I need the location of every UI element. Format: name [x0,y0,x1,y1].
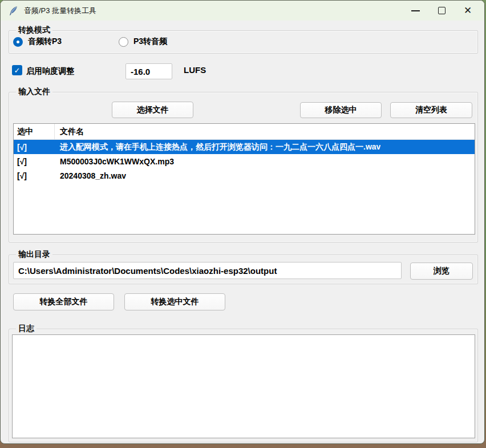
row-checked-mark: [√] [14,157,55,166]
select-files-button-label: 选择文件 [137,105,169,115]
convert-selected-button[interactable]: 转换选中文件 [124,293,225,310]
minimize-icon [411,10,420,11]
titlebar: 音频/P3 批量转换工具 ✕ [1,1,484,21]
convert-all-button-label: 转换全部文件 [40,297,88,307]
row-checked-mark: [√] [14,143,55,152]
column-header-filename[interactable]: 文件名 [55,127,84,137]
output-dir-group-label: 输出目录 [16,249,52,260]
radio-audio-to-p3-label: 音频转P3 [28,37,62,47]
row-filename: 20240308_zh.wav [55,171,126,180]
maximize-icon [438,7,446,14]
checkmark-icon: ✓ [14,66,21,75]
table-row[interactable]: [√] 20240308_zh.wav [14,168,475,183]
column-header-checked[interactable]: 选中 [14,124,55,139]
loudness-checkbox[interactable]: ✓ [12,65,22,75]
radio-audio-to-p3[interactable]: 音频转P3 [13,37,62,47]
browse-button[interactable]: 浏览 [410,263,473,280]
input-files-group-label: 输入文件 [16,87,52,97]
minimize-button[interactable] [402,1,428,21]
radio-p3-to-audio-label: P3转音频 [133,37,167,47]
row-filename: M500003J0cWK1WWxQX.mp3 [55,157,174,166]
row-checked-mark: [√] [14,171,55,180]
close-button[interactable]: ✕ [455,1,481,21]
mode-groupbox: 转换模式 音频转P3 P3转音频 [9,30,478,54]
remove-selected-button[interactable]: 移除选中 [300,102,382,118]
lufs-value: -16.0 [131,67,150,76]
file-table: 选中 文件名 [√] 进入配网模式，请在手机上连接热点，然后打开浏览器访问：一九… [13,123,475,235]
radio-off-icon [119,37,128,47]
convert-selected-button-label: 转换选中文件 [151,297,199,307]
browse-button-label: 浏览 [434,266,449,276]
output-path-value: C:\Users\Administrator\Documents\Codes\x… [18,266,277,276]
row-filename: 进入配网模式，请在手机上连接热点，然后打开浏览器访问：一九二点一六八点四点一.w… [55,142,380,152]
lufs-value-input[interactable]: -16.0 [125,63,172,79]
convert-all-button[interactable]: 转换全部文件 [13,293,114,310]
log-group-label: 日志 [16,324,37,334]
table-row[interactable]: [√] 进入配网模式，请在手机上连接热点，然后打开浏览器访问：一九二点一六八点四… [14,140,475,154]
clear-list-button-label: 清空列表 [415,105,447,115]
radio-on-icon [13,37,23,47]
tk-feather-icon [8,6,18,16]
app-window: 音频/P3 批量转换工具 ✕ 转换模式 音频转P3 P3转音频 ✓ 启用响度调整… [0,0,485,444]
clear-list-button[interactable]: 清空列表 [390,102,472,118]
mode-group-label: 转换模式 [16,25,52,35]
log-textarea[interactable] [12,334,475,438]
maximize-button[interactable] [428,1,455,21]
remove-selected-button-label: 移除选中 [325,105,357,115]
window-title: 音频/P3 批量转换工具 [24,6,96,16]
loudness-checkbox-label[interactable]: 启用响度调整 [26,66,74,76]
output-path-input[interactable]: C:\Users\Administrator\Documents\Codes\x… [13,262,402,279]
table-row[interactable]: [√] M500003J0cWK1WWxQX.mp3 [14,154,475,168]
select-files-button[interactable]: 选择文件 [112,102,193,118]
caption-buttons: ✕ [402,1,481,21]
radio-p3-to-audio[interactable]: P3转音频 [119,37,167,47]
close-icon: ✕ [464,6,472,15]
file-table-header: 选中 文件名 [14,124,475,140]
lufs-unit-label: LUFS [184,65,206,75]
